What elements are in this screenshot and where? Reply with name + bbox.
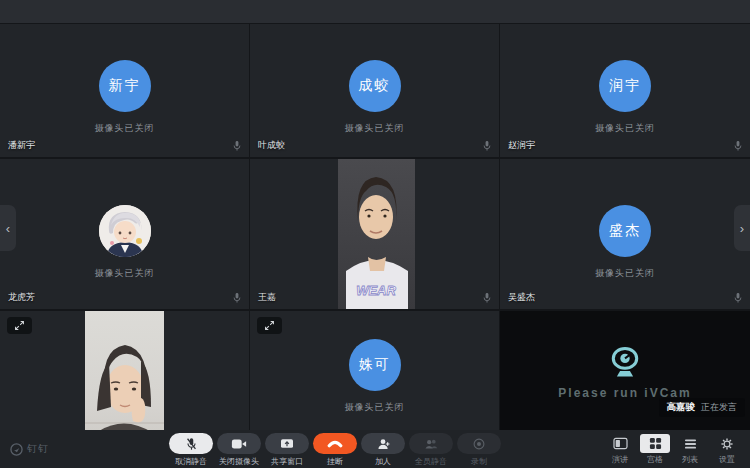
video-tile-wu-shengjie[interactable]: 盛杰 摄像头已关闭 吴盛杰 <box>500 159 750 309</box>
settings-label: 设置 <box>719 454 735 465</box>
participant-name: 赵润宇 <box>508 139 535 152</box>
video-tile-ye-chengjiao[interactable]: 成蛟 摄像头已关闭 叶成蛟 <box>250 24 499 157</box>
mute-all-label: 全员静音 <box>415 456 447 467</box>
video-tile-pan-xinyu[interactable]: 新宇 摄像头已关闭 潘新宇 <box>0 24 249 157</box>
camera-icon <box>231 438 247 450</box>
grid-view-icon <box>649 437 662 450</box>
mute-all-icon <box>424 438 438 450</box>
brand-logo: 钉钉 <box>10 442 49 456</box>
participant-name: 王嘉 <box>258 291 276 304</box>
speaker-view-label: 演讲 <box>612 454 628 465</box>
mic-icon <box>482 140 492 152</box>
list-view-label: 列表 <box>682 454 698 465</box>
camera-off-caption: 摄像头已关闭 <box>345 122 405 135</box>
participant-name: 叶成蛟 <box>258 139 285 152</box>
camera-off-caption: 摄像头已关闭 <box>595 122 655 135</box>
list-view-icon <box>684 438 697 450</box>
chevron-right-icon: › <box>740 221 744 236</box>
add-person-label: 加人 <box>375 456 391 467</box>
camera-off-caption: 摄像头已关闭 <box>95 267 155 280</box>
dingtalk-logo-icon <box>10 443 23 456</box>
camera-off-label: 关闭摄像头 <box>219 456 259 467</box>
camera-off-caption: 摄像头已关闭 <box>95 122 155 135</box>
camera-off-caption: 摄像头已关闭 <box>345 401 405 414</box>
share-screen-icon <box>280 438 294 450</box>
participant-video: WEAR <box>338 159 415 309</box>
hangup-label: 挂断 <box>327 456 343 467</box>
expand-tile-button[interactable] <box>7 317 32 334</box>
mic-icon <box>232 292 242 304</box>
unmute-button[interactable]: 取消静音 <box>168 433 214 467</box>
shirt-text: WEAR <box>356 283 396 298</box>
avatar: 新宇 <box>99 60 151 112</box>
avatar: 成蛟 <box>349 60 401 112</box>
webcam-icon <box>607 345 643 379</box>
toolbar-button-group: 取消静音 关闭摄像头 共享窗口 <box>168 433 502 467</box>
participant-name: 潘新宇 <box>8 139 35 152</box>
video-tile-long-hufang[interactable]: 摄像头已关闭 龙虎芳 <box>0 159 249 309</box>
mic-icon <box>482 292 492 304</box>
speaker-view-button[interactable]: 演讲 <box>604 434 636 465</box>
chevron-left-icon: ‹ <box>6 221 10 236</box>
previous-page-button[interactable]: ‹ <box>0 205 16 251</box>
record-button[interactable]: 录制 <box>456 433 502 467</box>
record-icon <box>473 438 485 450</box>
brand-name: 钉钉 <box>27 442 49 456</box>
speaking-toast-name: 高嘉骏 <box>667 401 696 414</box>
hangup-button[interactable]: 挂断 <box>312 433 358 467</box>
next-page-button[interactable]: › <box>734 205 750 251</box>
window-titlebar <box>0 0 750 23</box>
participant-name: 吴盛杰 <box>508 291 535 304</box>
record-label: 录制 <box>471 456 487 467</box>
avatar-image <box>99 205 151 257</box>
add-person-button[interactable]: 加人 <box>360 433 406 467</box>
video-tile-zhao-runyu[interactable]: 润宇 摄像头已关闭 赵润宇 <box>500 24 750 157</box>
settings-button[interactable]: 设置 <box>710 434 744 465</box>
list-view-button[interactable]: 列表 <box>674 434 706 465</box>
avatar: 盛杰 <box>599 205 651 257</box>
meeting-toolbar: 钉钉 取消静音 关闭摄像头 <box>0 430 750 468</box>
unmute-label: 取消静音 <box>175 456 207 467</box>
share-screen-button[interactable]: 共享窗口 <box>264 433 310 467</box>
avatar: 姝可 <box>349 339 401 391</box>
mic-muted-icon <box>185 437 198 451</box>
expand-icon <box>14 320 25 331</box>
expand-tile-button[interactable] <box>257 317 282 334</box>
speaker-view-icon <box>613 437 628 450</box>
expand-icon <box>264 320 275 331</box>
mute-all-button[interactable]: 全员静音 <box>408 433 454 467</box>
layout-switcher: 演讲 宫格 列表 <box>604 434 706 465</box>
speaking-toast: 高嘉骏 正在发言 <box>659 398 746 417</box>
camera-off-caption: 摄像头已关闭 <box>595 267 655 280</box>
camera-off-button[interactable]: 关闭摄像头 <box>216 433 262 467</box>
avatar: 润宇 <box>599 60 651 112</box>
hangup-icon <box>327 439 343 449</box>
add-person-icon <box>377 438 390 450</box>
mic-icon <box>733 292 743 304</box>
mic-icon <box>232 140 242 152</box>
grid-view-button[interactable]: 宫格 <box>639 434 671 465</box>
gear-icon <box>721 438 733 450</box>
speaking-toast-status: 正在发言 <box>701 401 737 414</box>
share-screen-label: 共享窗口 <box>271 456 303 467</box>
video-tile-wang-jia[interactable]: WEAR 王嘉 <box>250 159 499 309</box>
grid-view-label: 宫格 <box>647 454 663 465</box>
mic-icon <box>733 140 743 152</box>
participant-name: 龙虎芳 <box>8 291 35 304</box>
